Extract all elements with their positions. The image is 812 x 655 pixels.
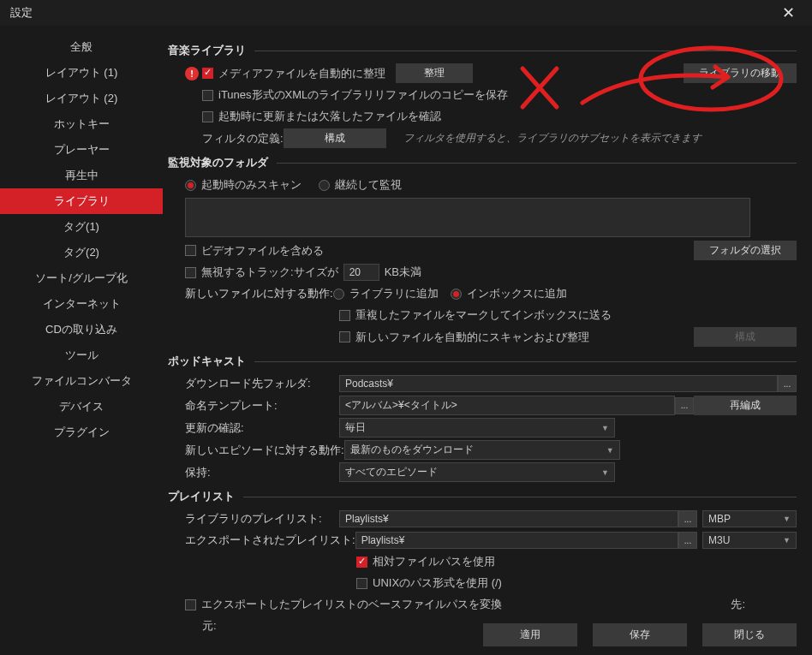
- library-pl-input[interactable]: Playlists¥: [339, 510, 678, 527]
- chevron-down-icon: ▼: [783, 515, 791, 523]
- sidebar-item-tag2[interactable]: タグ(2): [0, 240, 163, 265]
- update-check-value: 毎日: [345, 420, 366, 435]
- content-pane: 音楽ライブラリ ! メディアファイルを自動的に整理 整理 ライブラリの移動 iT…: [163, 26, 812, 655]
- auto-organise-label: メディアファイルを自動的に整理: [218, 66, 385, 81]
- exported-pl-format-select[interactable]: M3U▼: [702, 532, 797, 549]
- sidebar-item-converter[interactable]: ファイルコンバータ: [0, 368, 163, 394]
- exported-pl-input[interactable]: Playlists¥: [355, 532, 678, 549]
- add-inbox-radio[interactable]: [451, 289, 462, 300]
- keep-label: 保持:: [185, 465, 339, 480]
- relative-path-checkbox[interactable]: [356, 557, 367, 568]
- library-pl-format-select[interactable]: MBP▼: [702, 510, 797, 527]
- auto-scan-checkbox[interactable]: [339, 331, 350, 342]
- filter-def-label: フィルタの定義:: [202, 131, 284, 146]
- sidebar-item-plugins[interactable]: プラグイン: [0, 420, 163, 445]
- download-folder-label: ダウンロード先フォルダ:: [185, 376, 339, 391]
- new-ep-action-value: 最新のものをダウンロード: [350, 443, 474, 457]
- download-folder-browse-button[interactable]: ...: [778, 375, 797, 392]
- monitored-folders-list[interactable]: [185, 198, 750, 237]
- naming-template-browse-button[interactable]: ...: [675, 397, 694, 414]
- filter-hint: フィルタを使用すると、ライブラリのサブセットを表示できます: [403, 131, 702, 146]
- add-library-radio[interactable]: [333, 289, 344, 300]
- mark-dup-label: 重複したファイルをマークしてインボックスに送る: [355, 307, 612, 323]
- itunes-xml-checkbox[interactable]: [202, 90, 213, 101]
- section-music-library: 音楽ライブラリ: [168, 43, 246, 58]
- exported-pl-format-value: M3U: [708, 534, 730, 546]
- new-files-action-label: 新しいファイルに対する動作:: [185, 286, 333, 301]
- sidebar-item-library[interactable]: ライブラリ: [0, 188, 163, 214]
- scan-continuous-label: 継続して監視: [335, 177, 402, 193]
- add-inbox-label: インボックスに追加: [467, 286, 567, 301]
- update-check-label: 更新の確認:: [185, 420, 339, 436]
- chevron-down-icon: ▼: [783, 536, 791, 545]
- scan-startup-radio[interactable]: [185, 180, 196, 191]
- sidebar-item-internet[interactable]: インターネット: [0, 291, 163, 317]
- monitored-config-button[interactable]: 構成: [694, 327, 797, 347]
- unix-path-checkbox[interactable]: [356, 578, 367, 589]
- convert-base-label: エクスポートしたプレイリストのベースファイルパスを変換: [201, 597, 502, 612]
- sidebar-item-player[interactable]: プレーヤー: [0, 137, 163, 163]
- download-folder-input[interactable]: Podcasts¥: [339, 375, 778, 392]
- save-button[interactable]: 保存: [593, 623, 687, 646]
- regroup-button[interactable]: 再編成: [694, 396, 797, 415]
- sidebar-item-hotkeys[interactable]: ホットキー: [0, 111, 163, 137]
- ignore-tracks-size-input[interactable]: [343, 264, 379, 281]
- sidebar-item-cdrip[interactable]: CDの取り込み: [0, 317, 163, 342]
- convert-base-checkbox[interactable]: [185, 599, 196, 610]
- startup-check-label: 起動時に更新または欠落したファイルを確認: [218, 109, 441, 124]
- naming-template-label: 命名テンプレート:: [185, 398, 339, 414]
- mark-dup-checkbox[interactable]: [339, 310, 350, 321]
- add-library-label: ライブラリに追加: [349, 286, 439, 301]
- section-playlist: プレイリスト: [168, 489, 235, 504]
- auto-organise-checkbox[interactable]: [202, 68, 213, 79]
- section-monitored-folders: 監視対象のフォルダ: [168, 155, 268, 170]
- keep-select[interactable]: すべてのエピソード▼: [339, 462, 615, 482]
- sidebar-item-nowplaying[interactable]: 再生中: [0, 163, 163, 188]
- naming-template-input[interactable]: <アルバム>¥<タイトル>: [339, 396, 675, 415]
- sidebar-item-tools[interactable]: ツール: [0, 342, 163, 368]
- chevron-down-icon: ▼: [606, 446, 614, 455]
- section-podcast: ポッドキャスト: [168, 354, 246, 369]
- to-label: 先:: [731, 597, 745, 612]
- new-ep-action-label: 新しいエピソードに対する動作:: [185, 443, 344, 458]
- organise-button[interactable]: 整理: [396, 63, 473, 83]
- scan-startup-label: 起動時のみスキャン: [201, 177, 302, 193]
- sidebar: 全般 レイアウト (1) レイアウト (2) ホットキー プレーヤー 再生中 ラ…: [0, 26, 163, 655]
- sidebar-item-layout2[interactable]: レイアウト (2): [0, 86, 163, 111]
- filter-config-button[interactable]: 構成: [284, 128, 386, 148]
- scan-continuous-radio[interactable]: [319, 180, 330, 191]
- itunes-xml-label: iTunes形式のXMLのライブラリリファイルのコピーを保存: [218, 87, 508, 103]
- exported-pl-browse-button[interactable]: ...: [678, 532, 697, 549]
- library-pl-format-value: MBP: [708, 513, 731, 525]
- move-library-button[interactable]: ライブラリの移動: [684, 63, 797, 83]
- library-pl-label: ライブラリのプレイリスト:: [185, 511, 339, 527]
- sidebar-item-sort[interactable]: ソート/グループ化: [0, 265, 163, 291]
- chevron-down-icon: ▼: [601, 424, 609, 432]
- keep-value: すべてのエピソード: [345, 465, 438, 479]
- ignore-tracks-checkbox[interactable]: [185, 267, 196, 278]
- sidebar-item-tag1[interactable]: タグ(1): [0, 214, 163, 240]
- relative-path-label: 相対ファイルパスを使用: [373, 554, 495, 569]
- ignore-tracks-unit: KB未満: [385, 265, 421, 280]
- sidebar-item-layout1[interactable]: レイアウト (1): [0, 60, 163, 86]
- ignore-tracks-label: 無視するトラック:サイズが: [201, 265, 338, 280]
- auto-scan-label: 新しいファイルを自動的にスキャンおよび整理: [355, 330, 589, 345]
- apply-button[interactable]: 適用: [483, 623, 577, 646]
- choose-folder-button[interactable]: フォルダの選択: [694, 241, 797, 260]
- startup-check-checkbox[interactable]: [202, 111, 213, 122]
- chevron-down-icon: ▼: [601, 468, 609, 477]
- unix-path-label: UNIXのパス形式を使用 (/): [373, 575, 502, 591]
- library-pl-browse-button[interactable]: ...: [678, 510, 697, 527]
- sidebar-item-general[interactable]: 全般: [0, 34, 163, 60]
- new-ep-action-select[interactable]: 最新のものをダウンロード▼: [344, 440, 620, 460]
- from-label: 元:: [202, 618, 217, 634]
- exported-pl-label: エクスポートされたプレイリスト:: [185, 533, 355, 548]
- sidebar-item-devices[interactable]: デバイス: [0, 394, 163, 420]
- include-video-checkbox[interactable]: [185, 245, 196, 256]
- close-button[interactable]: 閉じる: [702, 623, 797, 646]
- warning-icon: !: [185, 67, 199, 80]
- close-icon[interactable]: ✕: [775, 0, 802, 26]
- include-video-label: ビデオファイルを含める: [201, 243, 324, 259]
- window-title: 設定: [10, 5, 33, 21]
- update-check-select[interactable]: 毎日▼: [339, 418, 615, 438]
